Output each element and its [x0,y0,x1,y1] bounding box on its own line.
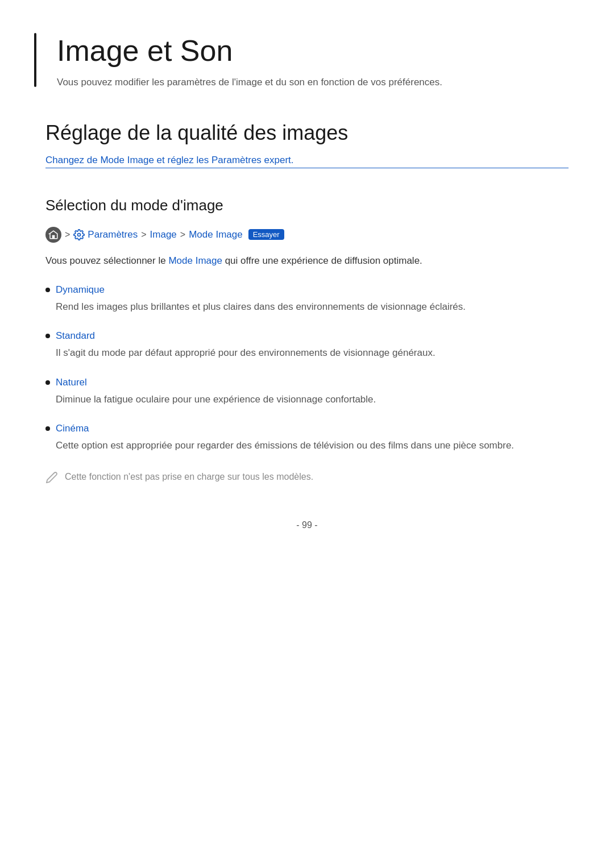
home-icon[interactable] [45,227,61,243]
list-item: Cinéma Cette option est appropriée pour … [45,423,569,453]
page-subtitle: Vous pouvez modifier les paramètres de l… [57,75,569,90]
mode-desc-standard: Il s'agit du mode par défaut approprié p… [56,345,569,360]
bullet-header-cinema: Cinéma [45,423,569,434]
mode-list: Dynamique Rend les images plus brillante… [45,284,569,453]
breadcrumb-parametres[interactable]: Paramètres [73,229,138,240]
breadcrumb-image-label: Image [150,229,177,240]
page-number: - 99 - [45,520,569,547]
mode-desc-dynamique: Rend les images plus brillantes et plus … [56,299,569,314]
breadcrumb-image[interactable]: Image [150,229,177,240]
essayer-badge[interactable]: Essayer [248,229,284,240]
note-row: Cette fonction n'est pas prise en charge… [45,470,569,486]
bullet-header-dynamique: Dynamique [45,284,569,296]
intro-text: Vous pouvez sélectionner le Mode Image q… [45,253,569,268]
breadcrumb-parametres-label: Paramètres [88,229,138,240]
bullet-header-naturel: Naturel [45,377,569,388]
section-image-quality: Réglage de la qualité des images Changez… [45,121,569,168]
breadcrumb-separator-1: > [65,230,70,240]
breadcrumb-mode-image-label: Mode Image [189,229,243,240]
gear-icon [73,229,85,240]
svg-rect-0 [52,235,55,239]
mode-name-standard[interactable]: Standard [56,330,95,342]
breadcrumb-mode-image[interactable]: Mode Image [189,229,243,240]
mode-name-cinema[interactable]: Cinéma [56,423,89,434]
bullet-dot [45,380,50,385]
page-title: Image et Son [57,34,569,68]
mode-desc-naturel: Diminue la fatigue oculaire pour une exp… [56,392,569,407]
list-item: Naturel Diminue la fatigue oculaire pour… [45,377,569,407]
breadcrumb-separator-2: > [141,230,146,240]
left-accent-bar [34,33,36,87]
list-item: Dynamique Rend les images plus brillante… [45,284,569,314]
breadcrumb-separator-3: > [180,230,185,240]
bullet-dot [45,426,50,431]
breadcrumb: > Paramètres > Image > Mode Image Essaye… [45,227,569,243]
mode-name-dynamique[interactable]: Dynamique [56,284,105,296]
subsection-mode-image: Sélection du mode d'image > Paramètres > [45,197,569,486]
mode-image-link[interactable]: Mode Image [168,255,222,266]
pencil-icon [45,471,58,486]
mode-name-naturel[interactable]: Naturel [56,377,87,388]
section-title: Réglage de la qualité des images [45,121,569,145]
bullet-dot [45,288,50,292]
bullet-header-standard: Standard [45,330,569,342]
list-item: Standard Il s'agit du mode par défaut ap… [45,330,569,360]
mode-desc-cinema: Cette option est appropriée pour regarde… [56,438,569,453]
subsection-title: Sélection du mode d'image [45,197,569,214]
section-subtitle-link[interactable]: Changez de Mode Image et réglez les Para… [45,153,569,168]
page-title-block: Image et Son Vous pouvez modifier les pa… [45,34,569,89]
bullet-dot [45,334,50,338]
note-text: Cette fonction n'est pas prise en charge… [65,470,313,484]
